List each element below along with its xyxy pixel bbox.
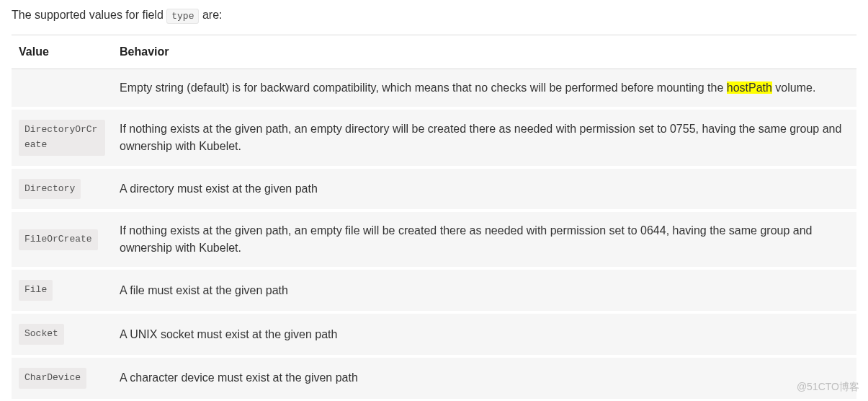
value-cell: Directory	[12, 167, 112, 211]
behavior-cell: Empty string (default) is for backward c…	[112, 69, 856, 109]
type-values-table: Value Behavior Empty string (default) is…	[12, 35, 856, 401]
behavior-cell: A UNIX socket must exist at the given pa…	[112, 312, 856, 356]
behavior-cell: A file must exist at the given path	[112, 268, 856, 312]
value-code: File	[19, 280, 53, 301]
intro-code: type	[166, 9, 199, 24]
intro-before: The supported values for field	[12, 9, 166, 21]
table-row: Empty string (default) is for backward c…	[12, 69, 856, 109]
col-header-value: Value	[12, 35, 112, 69]
intro-after: are:	[199, 9, 222, 21]
table-row: FileOrCreate If nothing exists at the gi…	[12, 211, 856, 268]
value-cell	[12, 69, 112, 109]
behavior-cell: If nothing exists at the given path, an …	[112, 108, 856, 167]
behavior-cell: If nothing exists at the given path, an …	[112, 211, 856, 268]
value-cell: DirectoryOrCreate	[12, 108, 112, 167]
value-code: CharDevice	[19, 368, 86, 389]
table-row: Socket A UNIX socket must exist at the g…	[12, 312, 856, 356]
behavior-text-post: volume.	[772, 81, 815, 94]
behavior-cell: A directory must exist at the given path	[112, 167, 856, 211]
intro-text: The supported values for field type are:	[12, 9, 856, 22]
table-row: Directory A directory must exist at the …	[12, 167, 856, 211]
behavior-text-pre: Empty string (default) is for backward c…	[120, 81, 727, 94]
value-code: DirectoryOrCreate	[19, 120, 105, 156]
behavior-cell: A character device must exist at the giv…	[112, 356, 856, 400]
value-cell: FileOrCreate	[12, 211, 112, 268]
value-cell: CharDevice	[12, 356, 112, 400]
table-row: DirectoryOrCreate If nothing exists at t…	[12, 108, 856, 167]
behavior-text-highlight: hostPath	[727, 81, 772, 94]
table-row: File A file must exist at the given path	[12, 268, 856, 312]
value-code: FileOrCreate	[19, 229, 98, 250]
value-code: Directory	[19, 179, 81, 200]
value-cell: Socket	[12, 312, 112, 356]
value-cell: File	[12, 268, 112, 312]
col-header-behavior: Behavior	[112, 35, 856, 69]
table-row: CharDevice A character device must exist…	[12, 356, 856, 400]
value-code: Socket	[19, 324, 64, 345]
